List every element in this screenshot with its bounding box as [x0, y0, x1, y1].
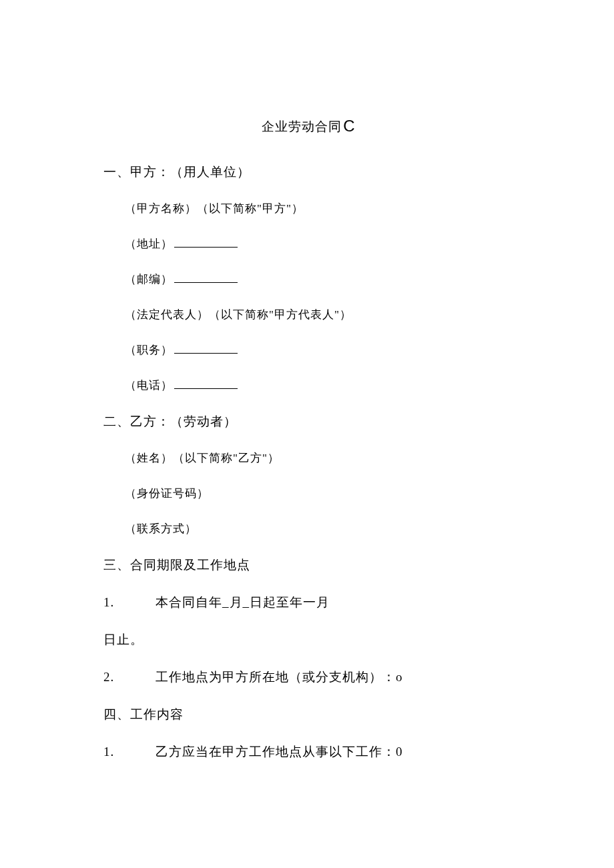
- section-4-heading: 四、工作内容: [103, 706, 514, 723]
- party-a-position-field: （职务）: [125, 342, 514, 358]
- party-a-phone-field: （电话）: [125, 378, 514, 393]
- title-main: 企业劳动合同: [262, 119, 342, 133]
- section-3-heading: 三、合同期限及工作地点: [103, 556, 514, 574]
- section-2-heading: 二、乙方：（劳动者）: [103, 413, 514, 430]
- phone-label: （电话）: [125, 379, 173, 392]
- party-b-name-field: （姓名）（以下简称"乙方"）: [125, 450, 514, 466]
- section-3-item-1: 1.本合同自年_月_日起至年一月: [103, 594, 514, 611]
- item-number: 1.: [103, 745, 156, 759]
- document-title: 企业劳动合同C: [103, 117, 514, 135]
- section-3-item-1-cont: 日止。: [103, 631, 514, 648]
- party-a-legal-rep-field: （法定代表人）（以下简称"甲方代表人"）: [125, 307, 514, 322]
- postcode-blank: [174, 274, 238, 283]
- section-4-item-1: 1.乙方应当在甲方工作地点从事以下工作：0: [103, 743, 514, 761]
- title-suffix: C: [343, 117, 355, 135]
- item-number: 2.: [103, 670, 156, 685]
- item-text: 乙方应当在甲方工作地点从事以下工作：0: [156, 745, 403, 759]
- party-a-postcode-field: （邮编）: [125, 272, 514, 287]
- item-text: 工作地点为甲方所在地（或分支机构）：o: [156, 670, 403, 684]
- phone-blank: [174, 380, 238, 389]
- postcode-label: （邮编）: [125, 273, 173, 286]
- party-a-address-field: （地址）: [125, 236, 514, 252]
- address-blank: [174, 238, 238, 248]
- item-number: 1.: [103, 595, 156, 610]
- party-b-contact-field: （联系方式）: [125, 521, 514, 536]
- section-1-heading: 一、甲方：（用人单位）: [103, 163, 514, 181]
- section-3-item-2: 2.工作地点为甲方所在地（或分支机构）：o: [103, 669, 514, 686]
- item-text: 本合同自年_月_日起至年一月: [156, 595, 330, 609]
- party-b-id-field: （身份证号码）: [125, 486, 514, 501]
- address-label: （地址）: [125, 238, 173, 250]
- position-label: （职务）: [125, 344, 173, 356]
- party-a-name-field: （甲方名称）（以下简称"甲方"）: [125, 201, 514, 216]
- position-blank: [174, 344, 238, 354]
